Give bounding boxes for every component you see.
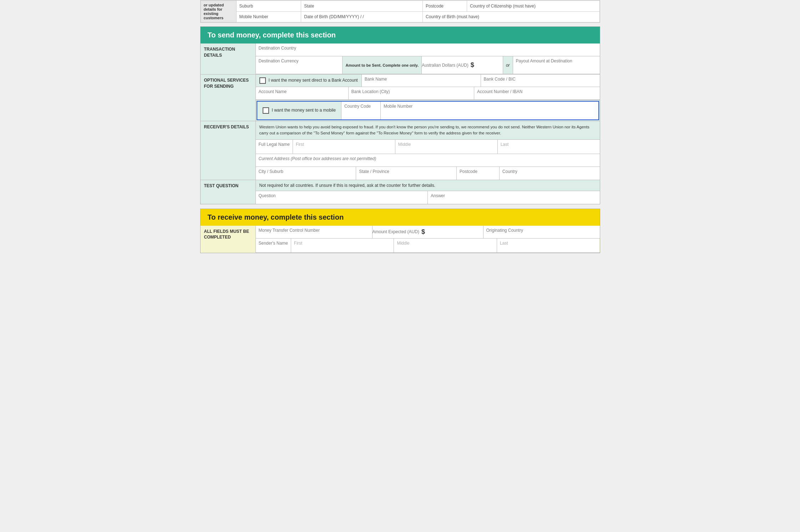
optional-services-row: OPTIONAL SERVICES FOR SENDING I want the… [201, 75, 600, 121]
payout-amount-field[interactable]: Payout Amount at Destination [513, 56, 600, 74]
mobile-row: I want the money sent to a mobile Countr… [257, 102, 598, 119]
bank-code-field[interactable]: Bank Code / BIC [481, 75, 600, 87]
dollar-sign: $ [469, 61, 476, 69]
country-field[interactable]: Country [500, 167, 600, 180]
mtcn-row: Money Transfer Control Number Amount Exp… [256, 226, 600, 239]
currency-amount-row: Destination Currency Amount to be Sent. … [256, 56, 600, 74]
bank-account-section: I want the money sent direct to a Bank A… [256, 75, 600, 100]
mobile-checkbox[interactable] [263, 107, 269, 114]
senders-name-row: Sender's Name First Middle Last [256, 239, 600, 253]
test-question-row: TEST QUESTION Not required for all count… [201, 180, 600, 204]
or-label: or [503, 56, 513, 74]
state-field[interactable]: State [301, 1, 423, 12]
page: or updated details for existing customer… [200, 0, 600, 253]
current-address-field[interactable]: Current Address (Post office box address… [256, 154, 600, 167]
mtcn-field[interactable]: Money Transfer Control Number [256, 226, 373, 238]
dob-field[interactable]: Date of Birth (DD/MM/YYYY) / / [301, 11, 423, 22]
account-name-field[interactable]: Account Name [256, 87, 349, 99]
receive-money-section: To receive money, complete this section … [200, 209, 600, 253]
mobile-checkbox-label: I want the money sent to a mobile [272, 108, 336, 113]
amount-expected-field[interactable]: Amount Expected (AUD) $ [373, 226, 483, 238]
destination-currency-field[interactable]: Destination Currency [256, 56, 343, 74]
receive-section-body: All fields must be completed Money Trans… [201, 226, 600, 253]
country-code-field[interactable]: Country Code [341, 102, 381, 119]
senders-name-label: Sender's Name [256, 239, 291, 252]
receivers-label: RECEIVER'S DETAILS [201, 121, 256, 180]
receive-dollar-sign: $ [419, 228, 427, 236]
transaction-content: Destination Country Destination Currency… [256, 44, 600, 74]
first-name-field[interactable]: First [293, 140, 395, 154]
customer-details-table: or updated details for existing customer… [201, 0, 600, 22]
middle-name-field[interactable]: Middle [395, 140, 498, 154]
bank-name-field[interactable]: Bank Name [362, 75, 481, 87]
postcode-field[interactable]: Postcode [457, 167, 500, 180]
originating-country-field[interactable]: Originating Country [483, 226, 600, 238]
optional-services-label: OPTIONAL SERVICES FOR SENDING [201, 75, 256, 121]
country-of-birth-field[interactable]: Country of Birth (must have) [423, 11, 600, 22]
bank-checkbox-area: I want the money sent direct to a Bank A… [256, 75, 362, 87]
postcode-field[interactable]: Postcode [423, 1, 467, 12]
destination-country-row: Destination Country [256, 44, 600, 56]
question-answer-row: Question Answer [256, 191, 600, 204]
mobile-field[interactable]: Mobile Number [236, 11, 301, 22]
send-money-section: To send money, complete this section TRA… [200, 26, 600, 204]
test-note: Not required for all countries. If unsur… [256, 180, 600, 191]
mobile-fields: Country Code Mobile Number [341, 102, 598, 119]
optional-services-content: I want the money sent direct to a Bank A… [256, 75, 600, 121]
sender-middle-field[interactable]: Middle [394, 239, 497, 252]
location-row: City / Suburb State / Province Postcode … [256, 167, 600, 180]
answer-field[interactable]: Answer [428, 191, 600, 204]
bank-checkbox-label: I want the money sent direct to a Bank A… [269, 78, 358, 83]
suburb-field[interactable]: Suburb [236, 1, 301, 12]
test-question-content: Not required for all countries. If unsur… [256, 180, 600, 204]
amount-expected-label: Amount Expected (AUD) [373, 227, 419, 236]
amount-label: Amount to be Sent. Complete one only. [343, 56, 422, 74]
existing-customers-section: or updated details for existing customer… [200, 0, 600, 23]
full-legal-name-row: Full Legal Name First Middle Last [256, 140, 600, 154]
mobile-number-field[interactable]: Mobile Number [381, 102, 598, 119]
send-section-header: To send money, complete this section [201, 27, 600, 44]
city-suburb-field[interactable]: City / Suburb [256, 167, 356, 180]
receive-section-header: To receive money, complete this section [201, 209, 600, 226]
state-province-field[interactable]: State / Province [356, 167, 457, 180]
all-fields-label: All fields must be completed [201, 226, 256, 253]
account-number-field[interactable]: Account Number / IBAN [474, 87, 600, 99]
receive-all-fields-row: All fields must be completed Money Trans… [201, 226, 600, 253]
mobile-checkbox-area: I want the money sent to a mobile [257, 102, 341, 119]
destination-country-field[interactable]: Destination Country [256, 44, 600, 56]
last-name-field[interactable]: Last [498, 140, 600, 154]
existing-customers-label: or updated details for existing customer… [201, 1, 236, 22]
bank-checkbox[interactable] [259, 77, 266, 84]
aud-label: Australian Dollars (AUD) [422, 61, 469, 70]
question-field[interactable]: Question [256, 191, 428, 204]
aud-amount-field[interactable]: Australian Dollars (AUD) $ [422, 56, 503, 74]
sender-first-field[interactable]: First [291, 239, 394, 252]
receivers-details-row: RECEIVER'S DETAILS Western Union wants t… [201, 121, 600, 180]
sender-last-field[interactable]: Last [497, 239, 600, 252]
test-question-label: TEST QUESTION [201, 180, 256, 204]
receivers-content: Western Union wants to help you avoid be… [256, 121, 600, 180]
send-section-body: TRANSACTION DETAILS Destination Country … [201, 44, 600, 204]
bank-location-field[interactable]: Bank Location (City) [349, 87, 475, 99]
receiver-warning: Western Union wants to help you avoid be… [256, 121, 600, 140]
citizenship-field[interactable]: Country of Citizenship (must have) [467, 1, 599, 12]
full-legal-name-label: Full Legal Name [256, 140, 293, 154]
mobile-section: I want the money sent to a mobile Countr… [257, 101, 599, 120]
transaction-label: TRANSACTION DETAILS [201, 44, 256, 74]
transaction-details-row: TRANSACTION DETAILS Destination Country … [201, 44, 600, 75]
receive-fields-content: Money Transfer Control Number Amount Exp… [256, 226, 600, 253]
